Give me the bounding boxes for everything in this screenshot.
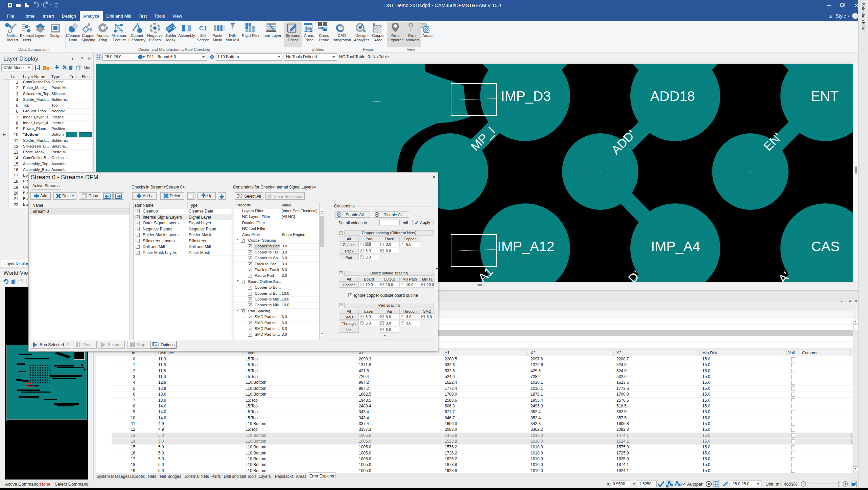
svg-text:IMP_A4: IMP_A4 xyxy=(651,239,700,254)
svg-text:ADD18: ADD18 xyxy=(650,88,695,104)
svg-text:ENT: ENT xyxy=(811,88,839,104)
svg-text:IMP_A12: IMP_A12 xyxy=(497,239,555,254)
svg-text:CAS: CAS xyxy=(811,239,840,254)
svg-text:IMP_D3: IMP_D3 xyxy=(501,88,551,104)
